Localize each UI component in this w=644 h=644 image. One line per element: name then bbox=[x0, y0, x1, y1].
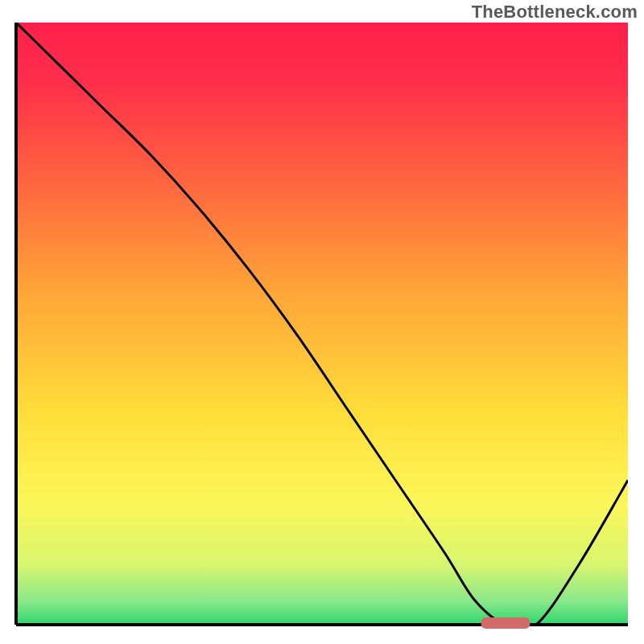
optimal-range-marker bbox=[481, 617, 530, 629]
chart-svg bbox=[0, 0, 644, 644]
chart-container: TheBottleneck.com bbox=[0, 0, 644, 644]
watermark-label: TheBottleneck.com bbox=[472, 2, 638, 23]
